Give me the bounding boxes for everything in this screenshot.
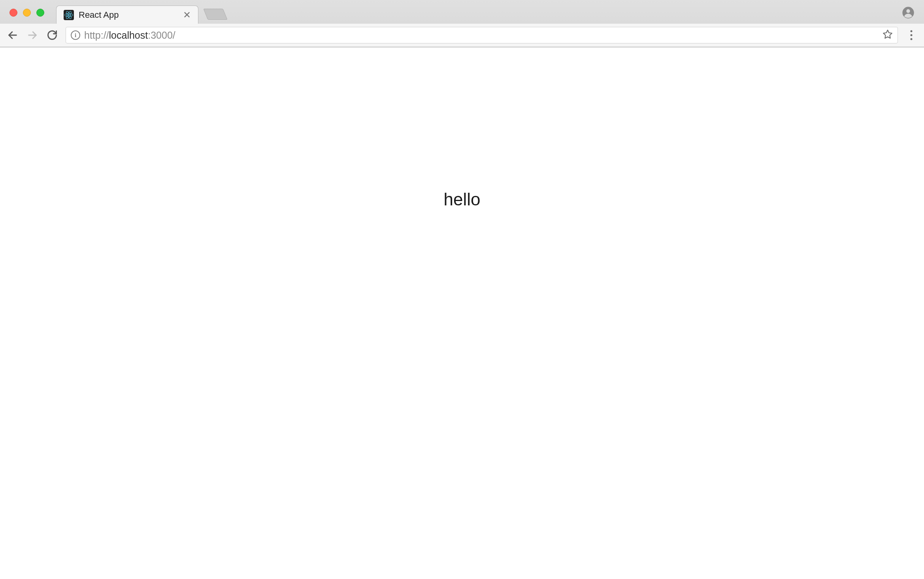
profile-icon[interactable]	[902, 6, 915, 21]
svg-point-0	[68, 14, 70, 16]
tab-bar: React App ✕	[0, 0, 924, 24]
forward-button[interactable]	[26, 29, 39, 41]
back-button[interactable]	[6, 29, 19, 41]
url-protocol: http://	[84, 30, 109, 41]
url-host: localhost	[109, 30, 148, 41]
reload-button[interactable]	[46, 29, 58, 41]
window-controls	[6, 9, 56, 24]
url-text: http://localhost:3000/	[84, 30, 879, 41]
svg-point-5	[906, 9, 910, 13]
svg-point-11	[911, 38, 913, 40]
site-info-icon[interactable]: i	[71, 30, 80, 40]
url-port-path: :3000/	[148, 30, 175, 41]
svg-point-10	[911, 34, 913, 36]
window-close-button[interactable]	[9, 9, 17, 17]
tab-title: React App	[79, 10, 178, 20]
browser-chrome: React App ✕	[0, 0, 924, 47]
react-favicon-icon	[64, 10, 74, 20]
window-minimize-button[interactable]	[23, 9, 31, 17]
bookmark-star-icon[interactable]	[883, 29, 893, 41]
svg-marker-8	[883, 30, 892, 38]
window-maximize-button[interactable]	[36, 9, 44, 17]
address-bar[interactable]: i http://localhost:3000/	[66, 27, 898, 43]
browser-menu-icon[interactable]	[905, 30, 918, 40]
tab-close-icon[interactable]: ✕	[183, 9, 191, 21]
svg-point-9	[911, 30, 913, 32]
browser-toolbar: i http://localhost:3000/	[0, 24, 924, 47]
page-content: hello	[0, 47, 924, 579]
browser-tab[interactable]: React App ✕	[56, 6, 198, 24]
new-tab-button[interactable]	[203, 9, 227, 20]
page-text: hello	[444, 190, 481, 209]
